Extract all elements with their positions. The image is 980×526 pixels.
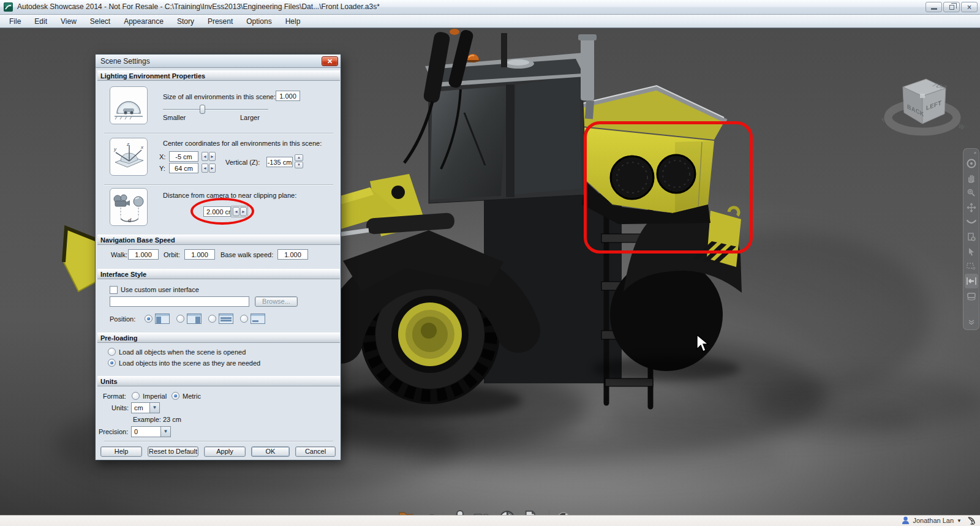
dialog-title-bar[interactable]: Scene Settings ✕ <box>96 54 341 68</box>
custom-ui-path-input[interactable] <box>110 296 249 307</box>
menu-present[interactable]: Present <box>201 15 239 28</box>
y-right-arrow[interactable]: ► <box>209 163 216 173</box>
reset-to-default-button[interactable]: Reset to Default <box>148 446 198 457</box>
menu-story[interactable]: Story <box>170 15 201 28</box>
x-left-arrow[interactable]: ◄ <box>202 152 208 161</box>
section-lighting-header: Lighting Environment Properties <box>97 70 340 81</box>
load-all-radio[interactable] <box>108 348 116 356</box>
position-right-radio[interactable] <box>176 315 184 323</box>
help-button[interactable]: Help <box>100 446 142 457</box>
previous-view-icon[interactable] <box>965 274 978 288</box>
section-preloading-header: Pre-loading <box>97 333 340 343</box>
annotation-ellipse <box>190 198 254 225</box>
position-bottom-icon[interactable] <box>251 314 265 324</box>
menu-help[interactable]: Help <box>279 15 307 28</box>
showcase-app-icon <box>4 2 13 12</box>
section-interface-header: Interface Style <box>97 269 340 279</box>
y-left-arrow[interactable]: ◄ <box>202 163 208 173</box>
pan-hand-icon[interactable] <box>965 171 978 186</box>
orbit-value-field[interactable]: 1.000 <box>184 249 215 260</box>
user-menu[interactable]: Jonathan Lan ▼ <box>902 516 962 525</box>
menu-view[interactable]: View <box>54 15 83 28</box>
svg-text:y: y <box>113 146 117 152</box>
svg-text:d: d <box>128 217 132 224</box>
close-button[interactable]: × <box>961 2 978 12</box>
x-value-field[interactable]: -5 cm <box>169 151 198 162</box>
browse-button[interactable]: Browse... <box>255 296 298 307</box>
status-bar: Jonathan Lan ▼ <box>0 515 980 526</box>
z-spinner[interactable]: ▲ ▼ <box>295 154 303 168</box>
imperial-radio[interactable] <box>132 392 140 400</box>
navigation-toolbar: × <box>963 148 979 330</box>
use-custom-ui-checkbox[interactable] <box>110 286 118 294</box>
size-value-field[interactable]: 1.000 <box>276 91 300 101</box>
walk-value-field[interactable]: 1.000 <box>128 249 159 260</box>
ok-button[interactable]: OK <box>251 446 290 457</box>
menu-bar: File Edit View Select Appearance Story P… <box>0 15 980 28</box>
network-status-icon[interactable] <box>967 516 976 525</box>
look-around-icon[interactable] <box>965 215 978 230</box>
x-right-arrow[interactable]: ► <box>209 152 216 161</box>
divider <box>104 184 333 185</box>
z-value-field[interactable]: -135 cm <box>266 157 293 167</box>
menu-edit[interactable]: Edit <box>28 15 54 28</box>
load-as-needed-radio[interactable] <box>108 359 116 367</box>
viewcube[interactable]: N W BACK LEFT TOP <box>877 75 967 143</box>
zoom-region-icon[interactable] <box>965 259 978 274</box>
precision-dropdown[interactable]: 0 ▼ <box>131 426 171 437</box>
size-slider-handle[interactable] <box>200 105 205 114</box>
navbar-close-icon[interactable]: × <box>971 150 979 156</box>
position-right-icon[interactable] <box>187 314 202 324</box>
z-up-arrow[interactable]: ▲ <box>295 154 303 161</box>
x-arrows[interactable]: ◄ ► <box>202 152 216 161</box>
position-label: Position: <box>110 315 135 323</box>
user-icon <box>902 516 910 525</box>
units-label: Units: <box>111 404 129 411</box>
units-dropdown-arrow-icon[interactable]: ▼ <box>149 402 160 413</box>
environment-dome-icon[interactable] <box>422 508 442 515</box>
open-file-icon[interactable] <box>397 508 417 515</box>
menu-appearance[interactable]: Appearance <box>117 15 170 28</box>
units-dropdown[interactable]: cm ▼ <box>131 402 160 413</box>
collapse-chevrons-icon[interactable] <box>965 315 978 329</box>
y-value-field[interactable]: 64 cm <box>169 163 198 173</box>
select-cursor-icon[interactable] <box>965 244 978 259</box>
orbit-label: Orbit: <box>164 251 180 258</box>
zoom-icon[interactable] <box>965 186 978 200</box>
orbit-icon[interactable] <box>965 156 978 171</box>
materials-icon[interactable] <box>472 508 492 515</box>
apply-button[interactable]: Apply <box>204 446 246 457</box>
annotation-rectangle <box>584 121 753 254</box>
minimize-button[interactable] <box>925 2 942 12</box>
cancel-button[interactable]: Cancel <box>295 446 336 457</box>
menu-options[interactable]: Options <box>239 15 278 28</box>
position-bottom-radio[interactable] <box>240 315 248 323</box>
menu-file[interactable]: File <box>2 15 28 28</box>
position-top-icon[interactable] <box>219 314 233 324</box>
position-left-radio[interactable] <box>145 315 153 323</box>
settings-wrench-icon[interactable] <box>556 511 571 515</box>
load-all-label: Load all objects when the scene is opene… <box>119 348 246 356</box>
precision-dropdown-value: 0 <box>131 426 160 437</box>
lighting-spotlight-icon[interactable] <box>447 508 467 515</box>
environment-size-icon <box>110 86 148 124</box>
size-slider-track[interactable] <box>163 109 268 110</box>
y-arrows[interactable]: ◄ ► <box>202 163 216 173</box>
move-icon[interactable] <box>965 200 978 215</box>
base-walk-value-field[interactable]: 1.000 <box>277 249 308 260</box>
page-zoom-icon[interactable] <box>965 230 978 244</box>
size-label: Size of all environments in this scene: <box>163 93 276 100</box>
units-example: Example: 23 cm <box>133 416 181 423</box>
z-down-arrow[interactable]: ▼ <box>295 162 303 168</box>
menu-select[interactable]: Select <box>83 15 117 28</box>
restore-button[interactable] <box>943 2 960 12</box>
precision-dropdown-arrow-icon[interactable]: ▼ <box>160 426 171 437</box>
camera-icon[interactable] <box>965 288 978 303</box>
behaviors-half-sphere-icon[interactable] <box>497 508 517 515</box>
position-top-radio[interactable] <box>208 315 216 323</box>
publish-export-icon[interactable] <box>522 508 542 515</box>
window-title: Autodesk Showcase 2014 - Not For Resale … <box>17 2 380 11</box>
metric-radio[interactable] <box>172 392 179 400</box>
position-left-icon[interactable] <box>155 314 170 324</box>
dialog-close-button[interactable]: ✕ <box>322 56 338 66</box>
